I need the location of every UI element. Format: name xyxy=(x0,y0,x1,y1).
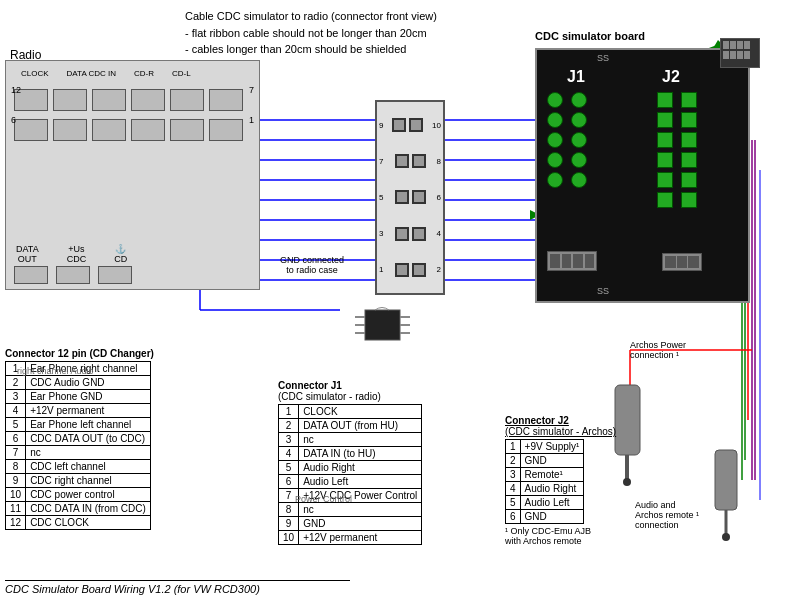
table-row: 12CDC CLOCK xyxy=(6,516,151,530)
bottom-title: CDC Simulator Board Wiring V1.2 (for VW … xyxy=(5,580,350,595)
connector-j2-table: 1+9V Supply¹2GND3Remote¹4Audio Right5Aud… xyxy=(505,439,584,524)
svg-rect-33 xyxy=(365,310,400,340)
connector-j2-title: Connector J2 xyxy=(505,415,616,426)
table-row: 2CDC Audio GND xyxy=(6,376,151,390)
right-channel-audio-label: right channel Audio xyxy=(17,366,94,376)
table-row: 3nc xyxy=(279,433,422,447)
table-row: 11CDC DATA IN (from CDC) xyxy=(6,502,151,516)
table-row: 9GND xyxy=(279,517,422,531)
table-row: 5Audio Right xyxy=(279,461,422,475)
connector-12pin-title: Connector 12 pin (CD Changer) xyxy=(5,348,154,359)
table-row: 1CLOCK xyxy=(279,405,422,419)
table-row: 6CDC DATA OUT (to CDC) xyxy=(6,432,151,446)
table-row: 10+12V permanent xyxy=(279,531,422,545)
gnd-note: GND connectedto radio case xyxy=(280,255,344,275)
connector-j2-subtitle: (CDC simulator - Archos) xyxy=(505,426,616,437)
table-row: 4Audio Right xyxy=(506,482,584,496)
power-control-label: Power Control xyxy=(295,494,352,504)
connector-12pin-table: 1Ear Phone right channel2CDC Audio GND3E… xyxy=(5,361,151,530)
table-row: 6GND xyxy=(506,510,584,524)
table-row: 2GND xyxy=(506,454,584,468)
svg-rect-43 xyxy=(715,450,737,510)
table-row: 6Audio Left xyxy=(279,475,422,489)
archos-power-label: Archos Powerconnection ¹ xyxy=(630,340,686,360)
ribbon-connector: 9 10 7 8 5 6 3 xyxy=(375,100,445,295)
audio-jack xyxy=(710,445,745,545)
svg-point-42 xyxy=(623,478,631,486)
table-row: 10CDC power control xyxy=(6,488,151,502)
radio-board: CLOCK DATA CDC IN CD-R CD-L 12 7 6 1 xyxy=(5,60,260,290)
table-row: 7nc xyxy=(6,446,151,460)
table-row: 5Ear Phone left channel xyxy=(6,418,151,432)
connector-j2-footnote: ¹ Only CDC-Emu AJB with Archos remote xyxy=(505,526,616,546)
main-container: Cable CDC simulator to radio (connector … xyxy=(0,0,800,600)
ic-chip xyxy=(355,305,410,350)
connector-j1-section: Connector J1 (CDC simulator - radio) 1CL… xyxy=(278,380,422,545)
cdc-board-title: CDC simulator board xyxy=(535,30,645,42)
table-row: 2DATA OUT (from HU) xyxy=(279,419,422,433)
top-connector xyxy=(720,38,760,68)
table-row: 5Audio Left xyxy=(506,496,584,510)
cable-note: Cable CDC simulator to radio (connector … xyxy=(185,8,437,58)
connector-j1-title: Connector J1 xyxy=(278,380,422,391)
table-row: 8CDC left channel xyxy=(6,460,151,474)
svg-rect-40 xyxy=(615,385,640,455)
table-row: 8nc xyxy=(279,503,422,517)
connector-j1-table: 1CLOCK2DATA OUT (from HU)3nc4DATA IN (to… xyxy=(278,404,422,545)
table-row: 3Ear Phone GND xyxy=(6,390,151,404)
table-row: 4DATA IN (to HU) xyxy=(279,447,422,461)
connector-j2-section: Connector J2 (CDC simulator - Archos) 1+… xyxy=(505,415,616,546)
audio-archos-label: Audio andArchos remote ¹connection xyxy=(635,500,699,530)
table-row: 9CDC right channel xyxy=(6,474,151,488)
cdc-simulator-board: SS J1 J2 SS xyxy=(535,48,750,303)
connector-j1-subtitle: (CDC simulator - radio) xyxy=(278,391,422,402)
table-row: 1+9V Supply¹ xyxy=(506,440,584,454)
svg-point-45 xyxy=(722,533,730,541)
table-row: 3Remote¹ xyxy=(506,468,584,482)
table-row: 4+12V permanent xyxy=(6,404,151,418)
